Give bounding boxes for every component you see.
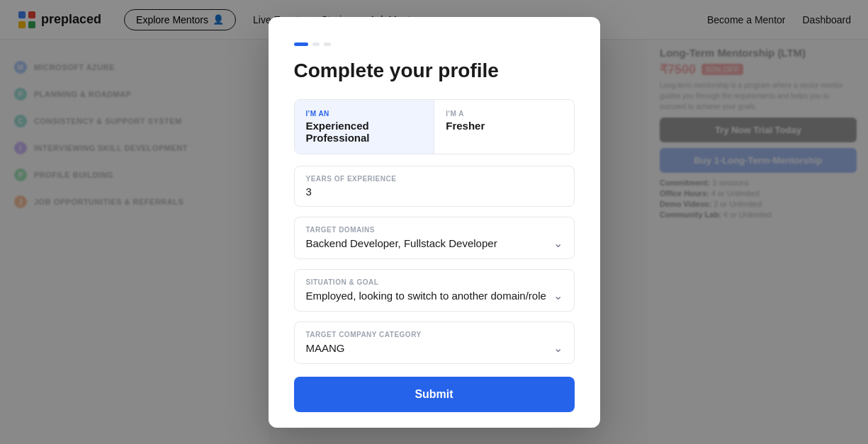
company-label: TARGET COMPANY CATEGORY (306, 331, 563, 338)
progress-dot-inactive (312, 42, 320, 46)
progress-indicator (294, 42, 575, 46)
submit-button[interactable]: Submit (294, 377, 575, 412)
years-label: YEARS OF EXPERIENCE (306, 175, 563, 183)
modal-title: Complete your profile (294, 59, 575, 83)
chevron-down-icon: ⌄ (553, 237, 563, 250)
complete-profile-modal: Complete your profile I'M AN Experienced… (269, 17, 600, 428)
situation-goal-field[interactable]: SITUATION & GOAL Employed, looking to sw… (294, 269, 575, 312)
role-experienced[interactable]: I'M AN Experienced Professional (295, 100, 434, 154)
chevron-down-icon-3: ⌄ (553, 341, 563, 355)
situation-label: SITUATION & GOAL (306, 278, 563, 286)
years-of-experience-field[interactable]: YEARS OF EXPERIENCE 3 (294, 166, 575, 207)
role-fresher-label: I'M A (446, 110, 562, 118)
progress-dot-inactive-2 (324, 42, 331, 46)
role-experienced-value: Experienced Professional (306, 120, 422, 144)
role-fresher-value: Fresher (446, 120, 562, 132)
progress-dot-active (294, 42, 308, 46)
role-fresher[interactable]: I'M A Fresher (434, 100, 573, 154)
chevron-down-icon-2: ⌄ (553, 289, 563, 302)
target-domains-field[interactable]: TARGET DOMAINS Backend Developer, Fullst… (294, 217, 575, 259)
domains-value: Backend Developer, Fullstack Developer (306, 237, 497, 249)
years-value: 3 (306, 186, 563, 198)
situation-value: Employed, looking to switch to another d… (306, 290, 546, 302)
role-selector[interactable]: I'M AN Experienced Professional I'M A Fr… (294, 99, 575, 154)
company-value: MAANG (306, 342, 345, 354)
target-company-field[interactable]: TARGET COMPANY CATEGORY MAANG ⌄ (294, 321, 575, 364)
role-experienced-label: I'M AN (306, 110, 422, 118)
modal-overlay: Complete your profile I'M AN Experienced… (0, 0, 868, 444)
domains-label: TARGET DOMAINS (306, 226, 563, 234)
